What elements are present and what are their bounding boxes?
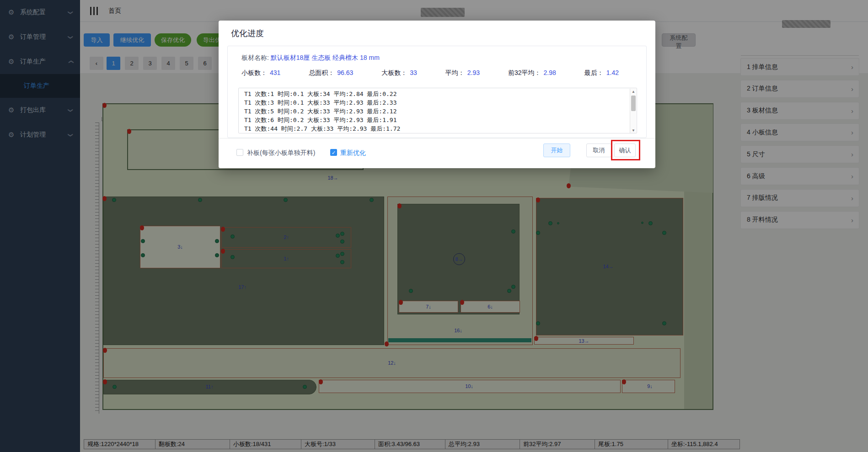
stats-row: 小板数：431总面积：96.63大板数：33平均：2.93前32平均：2.98最… — [241, 69, 619, 77]
dialog-title: 优化进度 — [231, 28, 264, 39]
optimization-log[interactable]: T1 次数:1 时间:0.1 大板:34 平均:2.84 最后:0.22T1 次… — [238, 88, 637, 133]
stat-value: 1.42 — [606, 69, 619, 76]
scroll-down-icon[interactable]: ▼ — [630, 128, 637, 133]
stat-value: 431 — [270, 69, 280, 76]
scrollbar-thumb[interactable] — [631, 96, 636, 111]
stat-value: 2.98 — [544, 69, 556, 76]
stat-value: 2.93 — [467, 69, 480, 76]
log-lines: T1 次数:1 时间:0.1 大板:34 平均:2.84 最后:0.22T1 次… — [244, 90, 637, 133]
board-name-link[interactable]: 默认板材18厘 生态板 经典檀木 18 mm — [271, 54, 380, 61]
stat-label: 大板数： — [381, 69, 407, 76]
stat-label: 小板数： — [241, 69, 267, 76]
stat-label: 前32平均： — [508, 69, 541, 76]
reoptimize-label[interactable]: 重新优化 — [340, 149, 366, 157]
reoptimize-checkbox[interactable]: ✓ — [330, 149, 337, 156]
optimization-progress-dialog: 优化进度 板材名称: 默认板材18厘 生态板 经典檀木 18 mm 小板数：43… — [219, 21, 655, 168]
log-scrollbar[interactable]: ▲ ▼ — [630, 89, 636, 133]
dialog-content-box: 板材名称: 默认板材18厘 生态板 经典檀木 18 mm 小板数：431总面积：… — [227, 46, 647, 138]
log-line: T1 次数:44 时间:2.7 大板:33 平均:2.93 最后:1.72 — [244, 124, 637, 133]
confirm-button[interactable]: 确认 — [614, 144, 636, 157]
log-line: T1 次数:6 时间:0.2 大板:33 平均:2.93 最后:1.91 — [244, 116, 637, 124]
cancel-button[interactable]: 取消 — [586, 144, 611, 157]
stat-label: 平均： — [445, 69, 465, 76]
stat-4: 前32平均：2.98 — [508, 69, 556, 77]
board-name-row: 板材名称: 默认板材18厘 生态板 经典檀木 18 mm — [241, 54, 380, 62]
stat-label: 最后： — [584, 69, 604, 76]
patch-board-label[interactable]: 补板(每张小板单独开料) — [247, 149, 315, 157]
log-line: T1 次数:3 时间:0.1 大板:33 平均:2.93 最后:2.33 — [244, 98, 637, 107]
board-name-label: 板材名称: — [241, 54, 269, 61]
start-button[interactable]: 开始 — [543, 144, 570, 157]
patch-board-checkbox[interactable] — [236, 149, 243, 156]
stat-1: 总面积：96.63 — [309, 69, 353, 77]
stat-value: 33 — [410, 69, 417, 76]
scroll-up-icon[interactable]: ▲ — [630, 89, 637, 95]
stat-5: 最后：1.42 — [584, 69, 619, 77]
stat-value: 96.63 — [337, 69, 353, 76]
stat-3: 平均：2.93 — [445, 69, 480, 77]
log-line: T1 次数:45 时间:2.8 大板:33 平均:2.93 最后:1.72 — [244, 133, 637, 133]
stat-0: 小板数：431 — [241, 69, 280, 77]
log-line: T1 次数:5 时间:0.2 大板:33 平均:2.93 最后:2.12 — [244, 107, 637, 116]
stat-2: 大板数：33 — [381, 69, 417, 77]
stat-label: 总面积： — [309, 69, 334, 76]
log-line: T1 次数:1 时间:0.1 大板:34 平均:2.84 最后:0.22 — [244, 90, 637, 98]
footer-divider — [219, 138, 655, 138]
app-window: ⚙系统配置❯⚙订单管理❯⚙订单生产❯订单生产⚙打包出库❯⚙计划管理❯ 首页 导入… — [0, 0, 868, 452]
